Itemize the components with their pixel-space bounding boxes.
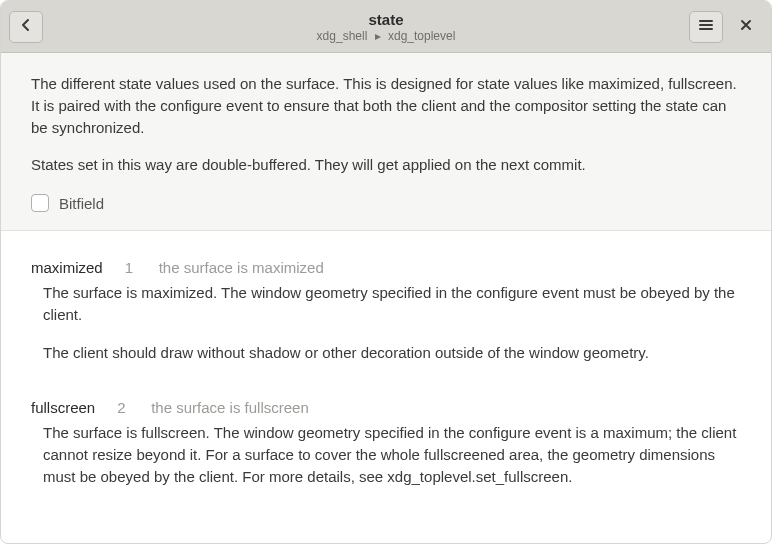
back-button[interactable] [9,11,43,43]
breadcrumb-part-1: xdg_toplevel [388,29,455,43]
intro-paragraph-1: The different state values used on the s… [31,73,741,138]
enum-entry-value: 1 [125,259,137,276]
breadcrumb-sep-icon: ▸ [375,29,381,43]
enum-entry-description: The surface is fullscreen. The window ge… [43,422,741,487]
bitfield-checkbox[interactable] [31,194,49,212]
close-button[interactable] [729,11,763,43]
breadcrumb: xdg_shell ▸ xdg_toplevel [1,29,771,43]
enum-entry-summary: the surface is fullscreen [151,399,309,416]
intro-paragraph-2: States set in this way are double-buffer… [31,154,741,176]
enum-entry-value: 2 [117,399,129,416]
page-title: state [1,11,771,29]
hamburger-icon [698,17,714,36]
menu-button[interactable] [689,11,723,43]
chevron-left-icon [18,17,34,36]
breadcrumb-part-0: xdg_shell [317,29,368,43]
close-icon [738,17,754,36]
enum-entries: maximized 1 the surface is maximized The… [1,231,771,534]
enum-entry-desc-p2: The client should draw without shadow or… [43,342,741,364]
header-bar: state xdg_shell ▸ xdg_toplevel [1,1,771,53]
bitfield-label: Bitfield [59,195,104,212]
enum-entry-desc-p1: The surface is maximized. The window geo… [43,282,741,326]
enum-entry-desc-p1: The surface is fullscreen. The window ge… [43,422,741,487]
enum-entry: maximized 1 the surface is maximized The… [31,239,741,363]
content-scroll[interactable]: The different state values used on the s… [1,53,771,543]
app-window: state xdg_shell ▸ xdg_toplevel The diffe… [0,0,772,544]
enum-entry: fullscreen 2 the surface is fullscreen T… [31,379,741,487]
enum-entry-description: The surface is maximized. The window geo… [43,282,741,363]
enum-entry-name: maximized [31,259,103,276]
enum-entry-summary: the surface is maximized [159,259,324,276]
enum-entry-name: fullscreen [31,399,95,416]
intro-section: The different state values used on the s… [1,53,771,231]
